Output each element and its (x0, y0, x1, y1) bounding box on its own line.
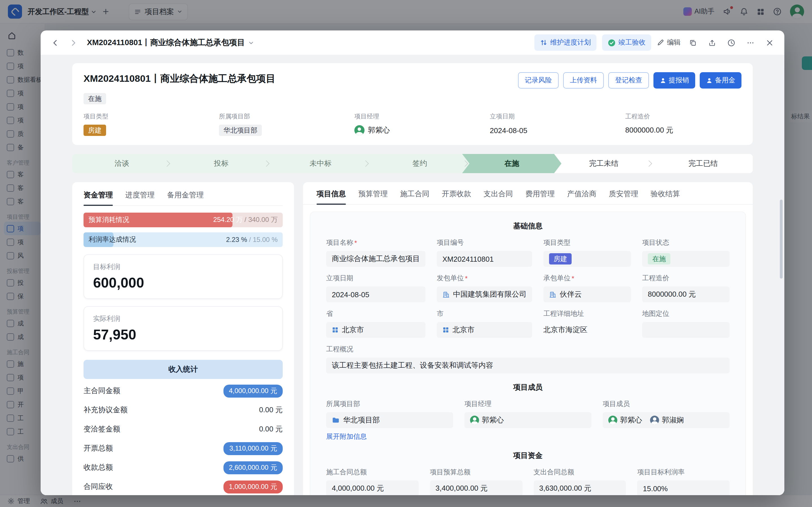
funds-panel-tab[interactable]: 资金管理 (84, 190, 113, 205)
money-row-label: 补充协议金额 (84, 405, 127, 415)
start-date-input[interactable]: 2024-08-05 (326, 286, 426, 302)
stage-step-label: 投标 (214, 159, 228, 169)
department-input[interactable]: 华北项目部 (326, 412, 453, 428)
field-label: 立项日期 (326, 274, 353, 283)
expand-extra-info-link[interactable]: 展开附加信息 (326, 432, 367, 442)
money-row-label: 变洽签金额 (84, 424, 120, 434)
acceptance-button[interactable]: 竣工验收 (602, 35, 651, 51)
hero-fields: 项目类型 房建 所属项目部 华北项目部 项目经理 郭紫心 立项日期 2024-0… (84, 112, 742, 136)
field-label: 承包单位 (543, 274, 571, 283)
field-project-status: 项目状态 在施 (642, 238, 729, 267)
project-status-badge: 在施 (648, 253, 670, 265)
person-icon (660, 77, 666, 84)
field-contractor-unit: 承包单位* 伙伴云 (543, 274, 631, 302)
stage-step-label: 洽谈 (115, 159, 129, 169)
chevron-down-icon (248, 40, 254, 45)
budget-bar-current: 254.20 万 (213, 216, 242, 224)
stage-step[interactable]: 未中标 (271, 154, 370, 173)
pencil-icon (657, 39, 664, 46)
edit-button[interactable]: 编辑 (657, 38, 681, 47)
info-panel-tab[interactable]: 费用管理 (525, 189, 555, 204)
stage-step[interactable]: 完工已结 (653, 154, 753, 173)
project-type-input[interactable]: 房建 (543, 251, 631, 267)
hero-outline-button[interactable]: 上传资料 (563, 72, 604, 89)
forward-button[interactable] (67, 36, 80, 49)
funds-field: 施工合同总额 4,000,000.00 元 (326, 467, 419, 495)
map-location-input[interactable] (642, 322, 729, 338)
stage-step[interactable]: 洽谈 (72, 154, 171, 173)
income-stats-button[interactable]: 收入统计 (84, 360, 283, 379)
money-row: 收款总额 2,600,000.00 元 (84, 458, 283, 477)
funds-field-input[interactable]: 15.00% (637, 481, 730, 495)
info-panel-tab[interactable]: 开票收款 (442, 189, 471, 204)
overview-input[interactable]: 该工程主要包括土建工程、设备安装和调试等内容 (326, 357, 729, 373)
person-icon (706, 77, 713, 84)
funds-field-input[interactable]: 3,630,000.00 元 (534, 481, 626, 495)
back-button[interactable] (49, 36, 62, 49)
info-panel-tabs: 项目信息 预算管理 施工合同 开票收款 支出合同 费用管理 产值洽商 (303, 189, 753, 205)
field-label: 地图定位 (642, 309, 669, 319)
stage-step-label: 在施 (504, 159, 519, 169)
copy-button[interactable] (686, 36, 700, 49)
target-profit-value: 600,000 (93, 275, 273, 291)
project-name-input[interactable]: 商业综合体施工总承包项目 (326, 251, 426, 267)
info-panel-tab[interactable]: 支出合同 (484, 189, 513, 204)
project-code-input[interactable]: XM2024110801 (437, 251, 532, 267)
actual-profit-label: 实际利润 (93, 314, 273, 324)
project-status-input[interactable]: 在施 (642, 251, 729, 267)
project-members-input[interactable]: 郭紫心 郭淑娴 (603, 412, 729, 428)
project-summary-card: XM2024110801丨商业综合体施工总承包项目 记录风险 上传资料 登记检查 (72, 63, 753, 145)
stage-step[interactable]: 投标 (171, 154, 271, 173)
money-row-label: 开票总额 (84, 443, 113, 453)
funds-field: 项目预算总额 3,400,000.00 元 (430, 467, 523, 495)
hero-outline-button[interactable]: 记录风险 (518, 72, 559, 89)
field-project-name: 项目名称* 商业综合体施工总承包项目 (326, 238, 426, 267)
funds-field-input[interactable]: 4,000,000.00 元 (326, 481, 419, 495)
status-badge: 在施 (84, 93, 106, 104)
hero-primary-button[interactable]: 提报销 (653, 72, 695, 89)
funds-panel-tab-label: 备用金管理 (167, 190, 204, 199)
stage-step[interactable]: 完工未结 (554, 154, 653, 173)
modal-body: XM2024110801丨商业综合体施工总承包项目 记录风险 上传资料 登记检查 (41, 55, 784, 495)
funds-field-input[interactable]: 3,400,000.00 元 (430, 481, 523, 495)
share-button[interactable] (705, 36, 719, 49)
funds-panel-tab-label: 进度管理 (125, 190, 155, 199)
field-label: 市 (437, 309, 443, 319)
history-button[interactable] (724, 36, 738, 49)
close-button[interactable] (763, 36, 776, 49)
stage-step[interactable]: 在施 (462, 154, 561, 173)
info-panel-tab[interactable]: 验收结算 (651, 189, 680, 204)
project-manager-input[interactable]: 郭紫心 (465, 412, 591, 428)
info-panel-tab[interactable]: 施工合同 (400, 189, 429, 204)
owner-unit-input[interactable]: 中国建筑集团有限公司 (437, 286, 532, 302)
contractor-unit-input[interactable]: 伙伴云 (543, 286, 631, 302)
info-panel-tab[interactable]: 预算管理 (358, 189, 388, 204)
funds-panel-tab[interactable]: 进度管理 (125, 190, 155, 205)
info-panel-tab[interactable]: 质安管理 (609, 189, 638, 204)
modal-title[interactable]: XM2024110801丨商业综合体施工总承包项目 (87, 38, 254, 48)
address-value[interactable]: 北京市海淀区 (543, 322, 631, 338)
province-input[interactable]: 北京市 (326, 322, 426, 338)
info-panel-tab-label: 预算管理 (358, 189, 388, 198)
start-date-value: 2024-08-05 (490, 126, 527, 134)
money-row: 主合同金额 4,000,000.00 元 (84, 381, 283, 400)
info-panel-tab[interactable]: 项目信息 (317, 189, 346, 204)
maintain-plan-button[interactable]: 维护进度计划 (534, 35, 596, 51)
hero-outline-button[interactable]: 登记检查 (608, 72, 649, 89)
money-rows: 主合同金额 4,000,000.00 元 补充协议金额 0.00 元 变洽签金额 (84, 381, 283, 495)
info-panel-tab[interactable]: 产值洽商 (567, 189, 596, 204)
required-mark: * (465, 274, 468, 282)
info-panel-tab-label: 产值洽商 (567, 189, 596, 198)
hero-primary-button-label: 提报销 (669, 75, 689, 85)
stage-step[interactable]: 签约 (370, 154, 470, 173)
city-input[interactable]: 北京市 (437, 322, 532, 338)
funds-panel-tab[interactable]: 备用金管理 (167, 190, 204, 205)
project-cost-input[interactable]: 8000000.00 元 (642, 286, 729, 302)
money-row: 合同应收 1,000,000.00 元 (84, 477, 283, 495)
scrollbar-thumb[interactable] (780, 200, 783, 279)
info-panel-tab-label: 项目信息 (317, 189, 346, 198)
info-panel-tab-label: 费用管理 (525, 189, 555, 198)
city-value: 北京市 (452, 325, 475, 335)
more-button[interactable] (744, 36, 757, 49)
hero-primary-button[interactable]: 备用金 (700, 72, 742, 89)
